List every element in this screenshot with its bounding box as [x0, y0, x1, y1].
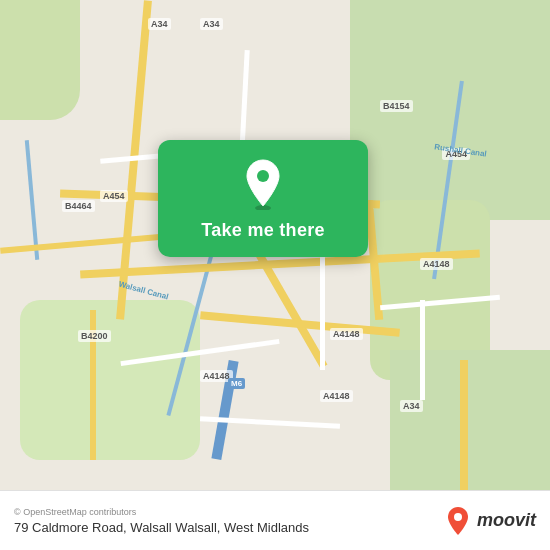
- label-a34-2: A34: [200, 18, 223, 30]
- take-me-there-button[interactable]: Take me there: [201, 220, 325, 241]
- footer-left: © OpenStreetMap contributors 79 Caldmore…: [14, 507, 309, 535]
- minor-road-7: [420, 300, 425, 400]
- cta-overlay[interactable]: Take me there: [158, 140, 368, 257]
- label-a34-top: A34: [148, 18, 171, 30]
- green-park-5: [0, 0, 80, 120]
- label-b4200: B4200: [78, 330, 111, 342]
- label-a454-left: A454: [100, 190, 128, 202]
- map-container: A34 A34 B4154 B4464 A454 A454 A4148 A414…: [0, 0, 550, 490]
- label-b4464: B4464: [62, 200, 95, 212]
- footer: © OpenStreetMap contributors 79 Caldmore…: [0, 490, 550, 550]
- osm-credit: © OpenStreetMap contributors: [14, 507, 309, 517]
- address-text: 79 Caldmore Road, Walsall Walsall, West …: [14, 520, 309, 535]
- svg-point-2: [454, 513, 462, 521]
- label-a4148-center: A4148: [330, 328, 363, 340]
- label-a4148-right: A4148: [420, 258, 453, 270]
- moovit-icon: [442, 505, 474, 537]
- label-b4154: B4154: [380, 100, 413, 112]
- moovit-text: moovit: [477, 510, 536, 531]
- label-a34-right: A34: [400, 400, 423, 412]
- location-pin-icon: [241, 158, 285, 210]
- label-a4148-bottom: A4148: [320, 390, 353, 402]
- green-park-4: [390, 350, 550, 490]
- green-park-2: [20, 300, 200, 460]
- moovit-logo: moovit: [442, 505, 536, 537]
- minor-road-4: [320, 240, 325, 370]
- label-m6: M6: [228, 378, 245, 389]
- svg-point-1: [257, 170, 269, 182]
- road-a34-bottom: [460, 360, 468, 490]
